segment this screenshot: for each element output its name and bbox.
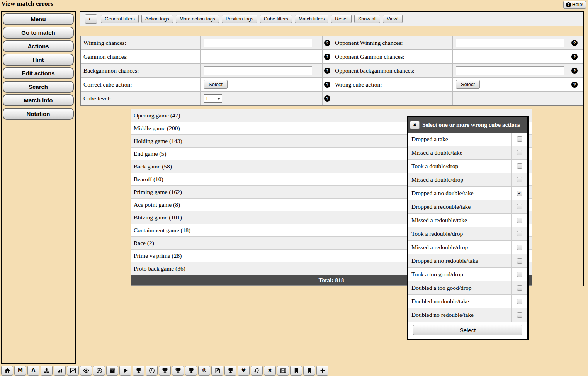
winning-chances-input[interactable]: [204, 39, 312, 47]
sidebar-item-match-info[interactable]: Match info: [3, 94, 74, 106]
option-label: Missed a redouble/drop: [408, 241, 511, 254]
wrong-cube-action-option: Took a redouble/drop: [408, 227, 527, 241]
question-circle-icon[interactable]: [324, 54, 330, 60]
bar-chart-button[interactable]: [54, 366, 66, 376]
wrong-cube-action-checkbox[interactable]: [517, 285, 522, 291]
close-icon[interactable]: [410, 121, 420, 129]
bookmark-button[interactable]: [290, 366, 302, 376]
question-circle-icon[interactable]: [571, 68, 578, 74]
option-checkbox-cell: [511, 295, 527, 308]
option-label: Took a double/drop: [408, 160, 511, 173]
play-button[interactable]: [119, 366, 131, 376]
sidebar-item-menu[interactable]: Menu: [3, 13, 74, 25]
wrong-cube-action-select-button[interactable]: Select: [456, 80, 480, 89]
more-action-tags-button[interactable]: More action tags: [176, 15, 219, 23]
empty-cell: [453, 92, 566, 105]
gammon-chances-input[interactable]: [204, 53, 312, 61]
wrong-cube-action-checkbox[interactable]: [517, 218, 522, 223]
option-checkbox-cell: [511, 160, 527, 173]
wrong-cube-action-checkbox[interactable]: [517, 258, 522, 264]
option-label: Dropped a no double/take: [408, 187, 511, 200]
correct-cube-action-select-button[interactable]: Select: [204, 80, 228, 89]
film-button[interactable]: [277, 366, 289, 376]
question-circle-icon[interactable]: [324, 68, 330, 74]
option-checkbox-cell: [511, 133, 527, 146]
wrong-cube-action-checkbox[interactable]: [517, 177, 522, 182]
question-circle-icon[interactable]: [324, 82, 330, 88]
wrong-cube-action-checkbox[interactable]: [517, 231, 522, 236]
letter-m-button[interactable]: M: [14, 366, 26, 376]
heart-button[interactable]: ♥: [238, 366, 250, 376]
wrong-cube-action-option: Missed a double/drop: [408, 173, 527, 187]
view-button[interactable]: View!: [383, 15, 402, 23]
trophy-button[interactable]: [224, 366, 236, 376]
wrong-cube-action-checkbox[interactable]: [517, 245, 522, 250]
wrong-cube-action-checkbox[interactable]: [517, 191, 522, 196]
soccer-ball-button[interactable]: [93, 366, 105, 376]
option-checkbox-cell: [511, 173, 527, 186]
show-all-button[interactable]: Show all: [354, 15, 380, 23]
cube-filters-button[interactable]: Cube filters: [260, 15, 292, 23]
chat-button[interactable]: [251, 366, 263, 376]
archive-button[interactable]: [106, 366, 118, 376]
letter-a-icon: A: [31, 368, 35, 373]
wrong-cube-action-options: Dropped a takeMissed a double/takeTook a…: [408, 133, 527, 322]
cube-level-dropdown[interactable]: 1: [204, 94, 222, 103]
edit-button[interactable]: [211, 366, 223, 376]
general-filters-button[interactable]: General filters: [101, 15, 139, 23]
bookmark-button[interactable]: [303, 366, 315, 376]
wrong-cube-action-checkbox[interactable]: [517, 204, 522, 209]
question-circle-icon[interactable]: [324, 95, 330, 102]
letter-a-button[interactable]: A: [27, 366, 39, 376]
dialog-select-button[interactable]: Select: [413, 325, 522, 335]
opponent-gammon-chances-input[interactable]: [456, 53, 564, 61]
line-chart-button[interactable]: [67, 366, 79, 376]
clock-button[interactable]: [146, 366, 158, 376]
wrong-cube-action-checkbox[interactable]: [517, 163, 522, 169]
trophy-button[interactable]: [172, 366, 184, 376]
wrong-cube-action-checkbox[interactable]: [517, 136, 522, 142]
position-tags-button[interactable]: Position tags: [222, 15, 257, 23]
plus-button[interactable]: [316, 366, 328, 376]
eye-button[interactable]: [80, 366, 92, 376]
trophy-icon: [228, 367, 234, 374]
question-circle-icon[interactable]: [571, 40, 578, 46]
letter-m-icon: M: [18, 368, 23, 373]
winning-chances-label: Winning chances:: [81, 36, 201, 50]
sidebar-item-go-to-match[interactable]: Go to match: [3, 27, 74, 39]
registered-button[interactable]: ®: [198, 366, 210, 376]
wrong-cube-action-checkbox[interactable]: [517, 272, 522, 277]
sidebar: Menu Go to match Actions Hint Edit actio…: [1, 11, 76, 364]
opponent-backgammon-chances-input[interactable]: [456, 66, 564, 75]
trophy-button[interactable]: [185, 366, 197, 376]
question-circle-icon[interactable]: [571, 54, 578, 60]
trophy-button[interactable]: [133, 366, 144, 376]
wrong-cube-action-checkbox[interactable]: [517, 150, 522, 155]
help-button[interactable]: Help!: [563, 1, 586, 9]
wrong-cube-action-checkbox[interactable]: [517, 299, 522, 304]
question-circle-icon[interactable]: [324, 40, 330, 46]
sidebar-item-actions[interactable]: Actions: [3, 40, 74, 52]
upload-button[interactable]: [41, 366, 53, 376]
question-circle-icon[interactable]: [571, 82, 578, 88]
backgammon-chances-input[interactable]: [204, 66, 312, 75]
opponent-winning-chances-input[interactable]: [456, 39, 564, 47]
match-filters-button[interactable]: Match filters: [295, 15, 328, 23]
trophy-button[interactable]: [159, 366, 171, 376]
sidebar-item-hint[interactable]: Hint: [3, 54, 74, 66]
action-tags-button[interactable]: Action tags: [141, 15, 173, 23]
close-button[interactable]: ✖: [264, 366, 276, 376]
sidebar-item-search[interactable]: Search: [3, 81, 74, 93]
eye-icon: [83, 367, 89, 374]
home-button[interactable]: [1, 366, 13, 376]
back-button[interactable]: [85, 14, 97, 24]
sidebar-item-edit-actions[interactable]: Edit actions: [3, 67, 74, 79]
reset-button[interactable]: Reset: [331, 15, 352, 23]
view-match-errors-page: View match errors Help! Menu Go to match…: [0, 0, 588, 376]
sidebar-item-notation[interactable]: Notation: [3, 108, 74, 120]
option-checkbox-cell: [511, 200, 527, 213]
cube-level-label: Cube level:: [81, 92, 201, 105]
option-label: Doubled no double/take: [408, 295, 511, 308]
wrong-cube-action-option: Took a too good/drop: [408, 268, 527, 281]
wrong-cube-action-checkbox[interactable]: [517, 312, 522, 318]
